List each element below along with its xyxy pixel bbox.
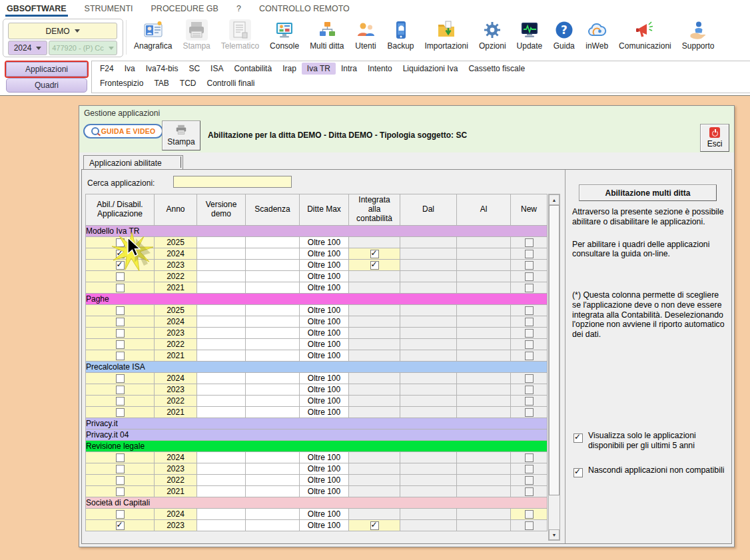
tab-frontespizio[interactable]: Frontespizio (95, 77, 149, 89)
integrata-checkbox[interactable] (370, 250, 379, 258)
toolbar-button-multi-ditta[interactable]: Multi ditta (304, 18, 349, 52)
abil-checkbox[interactable] (116, 306, 125, 315)
new-cell (511, 271, 548, 282)
al-cell (457, 384, 511, 396)
print-button[interactable]: Stampa (162, 121, 200, 150)
toolbar-button-importazioni[interactable]: Importazioni (420, 18, 474, 52)
abil-checkbox[interactable] (116, 521, 125, 530)
integrata-checkbox[interactable] (370, 521, 379, 530)
toolbar-button-opzioni[interactable]: Opzioni (474, 18, 512, 52)
new-checkbox[interactable] (525, 261, 534, 270)
code-select[interactable]: 477920 - (P) Cc (49, 41, 117, 55)
abil-checkbox[interactable] (116, 238, 125, 247)
abil-checkbox[interactable] (116, 476, 125, 485)
new-checkbox[interactable] (525, 453, 534, 462)
new-checkbox[interactable] (525, 476, 534, 485)
toolbar-button-update[interactable]: Update (512, 18, 548, 52)
menu-item-controllo-remoto[interactable]: CONTROLLO REMOTO (259, 4, 350, 13)
toolbar-button-inweb[interactable]: inWeb (580, 18, 613, 52)
tab-tcd[interactable]: TCD (175, 77, 202, 89)
abil-checkbox[interactable] (116, 329, 125, 338)
tab-contabilit[interactable]: Contabilità (228, 63, 277, 75)
abil-checkbox[interactable] (116, 352, 125, 360)
menu-item-[interactable]: ? (236, 4, 241, 13)
toolbar-button-guida[interactable]: ?Guida (548, 18, 580, 52)
tab-iva[interactable]: Iva (119, 63, 141, 75)
year-select[interactable]: 2024 (8, 41, 47, 55)
new-checkbox[interactable] (525, 521, 534, 530)
tab-sc[interactable]: SC (183, 63, 205, 75)
abil-checkbox[interactable] (116, 374, 125, 383)
tab-tab[interactable]: TAB (149, 77, 174, 89)
toolbar-button-supporto[interactable]: Supporto (677, 18, 720, 52)
option-checkbox-2[interactable] (573, 468, 583, 477)
scroll-thumb[interactable] (549, 205, 560, 495)
scroll-up-button[interactable]: ▲ (549, 194, 560, 205)
integrata-cell (349, 486, 400, 497)
new-checkbox[interactable] (525, 408, 534, 417)
tab-iva-tr[interactable]: Iva TR (302, 63, 336, 75)
menu-item-procedure-gb[interactable]: PROCEDURE GB (151, 4, 218, 13)
abil-checkbox[interactable] (116, 284, 125, 292)
tab-liquidazioni-iva[interactable]: Liquidazioni Iva (398, 63, 464, 75)
right-panel-paragraph-2: Per abilitare i quadri delle applicazion… (572, 240, 727, 260)
menu-item-strumenti[interactable]: STRUMENTI (85, 4, 133, 13)
abil-checkbox[interactable] (116, 487, 125, 496)
guida-e-video-button[interactable]: GUIDA E VIDEO (83, 124, 163, 139)
integrata-checkbox[interactable] (370, 261, 379, 270)
abil-checkbox[interactable] (116, 318, 125, 326)
new-checkbox[interactable] (525, 340, 534, 349)
new-checkbox[interactable] (525, 318, 534, 326)
menu-item-gbsoftware[interactable]: GBSOFTWARE (7, 4, 67, 13)
new-checkbox[interactable] (525, 465, 534, 473)
new-checkbox[interactable] (525, 487, 534, 496)
abil-checkbox[interactable] (116, 386, 125, 394)
abil-checkbox[interactable] (116, 272, 125, 281)
abil-checkbox[interactable] (116, 510, 125, 519)
new-checkbox[interactable] (525, 397, 534, 406)
tab-intra[interactable]: Intra (336, 63, 362, 75)
tab-intento[interactable]: Intento (362, 63, 398, 75)
toolbar-button-backup[interactable]: Backup (382, 18, 419, 52)
tab-controlli-finali[interactable]: Controlli finali (202, 77, 260, 89)
exit-button[interactable]: Esci (700, 124, 729, 152)
toolbar-button-anagrafica[interactable]: Anagrafica (129, 18, 177, 52)
scroll-down-button[interactable]: ▼ (549, 529, 560, 540)
abilitazione-multi-ditta-button[interactable]: Abilitazione multi ditta (579, 184, 717, 201)
company-select[interactable]: DEMO (8, 23, 117, 39)
abil-checkbox[interactable] (116, 340, 125, 349)
abil-checkbox[interactable] (116, 397, 125, 406)
new-checkbox[interactable] (525, 284, 534, 292)
abil-checkbox[interactable] (116, 408, 125, 417)
tab-cassetto-fiscale[interactable]: Cassetto fiscale (463, 63, 530, 75)
sidebar-button-applicazioni[interactable]: Applicazioni (6, 62, 87, 77)
abil-checkbox[interactable] (116, 261, 125, 270)
dal-cell (400, 260, 457, 271)
tab-isa[interactable]: ISA (205, 63, 228, 75)
new-checkbox[interactable] (525, 250, 534, 258)
new-checkbox[interactable] (525, 386, 534, 394)
abil-checkbox[interactable] (116, 453, 125, 462)
new-checkbox[interactable] (525, 306, 534, 315)
tab-irap[interactable]: Irap (277, 63, 302, 75)
search-input[interactable] (173, 176, 292, 188)
new-checkbox[interactable] (525, 352, 534, 360)
new-checkbox[interactable] (525, 238, 534, 247)
tab-applicazioni-abilitate[interactable]: Applicazioni abilitate (83, 155, 183, 170)
abil-checkbox[interactable] (116, 250, 125, 258)
abil-checkbox[interactable] (116, 465, 125, 473)
sidebar-button-quadri[interactable]: Quadri (6, 78, 87, 93)
toolbar-button-console[interactable]: Console (264, 18, 304, 52)
new-checkbox[interactable] (525, 374, 534, 383)
new-checkbox[interactable] (525, 329, 534, 338)
toolbar-button-comunicazioni[interactable]: Comunicazioni (613, 18, 677, 52)
tab-iva74-bis[interactable]: Iva74-bis (141, 63, 184, 75)
tab-f24[interactable]: F24 (95, 63, 119, 75)
table-scrollbar[interactable]: ▲ ▼ (548, 194, 560, 541)
guida-e-video-label: GUIDA E VIDEO (101, 127, 156, 135)
option-checkbox-1[interactable] (573, 433, 583, 443)
new-checkbox[interactable] (525, 272, 534, 281)
toolbar-button-utenti[interactable]: Utenti (349, 18, 382, 52)
new-checkbox[interactable] (525, 510, 534, 519)
section-header-row-paghe: Paghe (86, 294, 548, 305)
